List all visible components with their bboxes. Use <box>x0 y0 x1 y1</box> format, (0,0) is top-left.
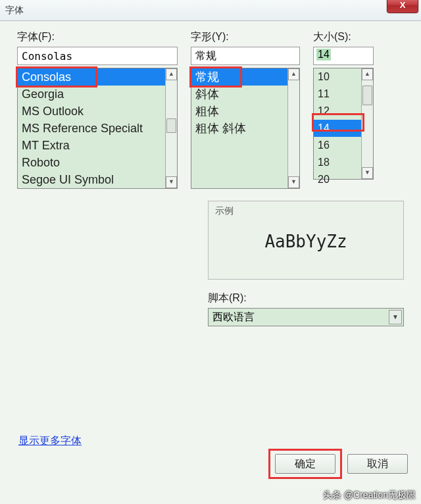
scroll-down-icon[interactable]: ▼ <box>362 167 373 179</box>
style-list-item[interactable]: 粗体 斜体 <box>191 120 287 137</box>
titlebar: 字体 X <box>0 0 421 21</box>
size-list-item[interactable]: 14 <box>314 120 361 137</box>
script-dropdown[interactable]: 西欧语言 ▼ <box>208 308 404 326</box>
more-fonts-link[interactable]: 显示更多字体 <box>18 434 82 448</box>
style-list-item[interactable]: 粗体 <box>191 103 287 120</box>
scroll-down-icon[interactable]: ▼ <box>166 176 177 188</box>
size-label: 大小(S): <box>313 30 374 44</box>
style-label: 字形(Y): <box>191 30 300 44</box>
size-list-item[interactable]: 16 <box>314 137 361 154</box>
font-list-item[interactable]: Consolas <box>18 68 165 86</box>
font-list-item[interactable]: Roboto <box>18 154 165 171</box>
scrollbar[interactable]: ▲ ▼ <box>287 68 299 188</box>
font-list-item[interactable]: MS Outlook <box>18 103 165 120</box>
font-listbox[interactable]: ConsolasGeorgiaMS OutlookMS Reference Sp… <box>17 68 178 189</box>
size-list-item[interactable]: 10 <box>314 68 361 86</box>
chevron-down-icon: ▼ <box>389 310 402 324</box>
preview-box: 示例 AaBbYyZz <box>208 201 404 280</box>
font-list-item[interactable]: MT Extra <box>18 137 165 154</box>
scroll-up-icon[interactable]: ▲ <box>288 68 299 80</box>
ok-button[interactable]: 确定 <box>275 454 335 474</box>
style-column: 字形(Y): 常规斜体粗体粗体 斜体 ▲ ▼ <box>191 30 300 189</box>
size-list-item[interactable]: 18 <box>314 154 361 171</box>
size-list-item[interactable]: 11 <box>314 86 361 103</box>
size-list-item[interactable]: 12 <box>314 103 361 120</box>
scroll-thumb[interactable] <box>166 118 176 133</box>
style-input[interactable] <box>191 47 300 65</box>
style-list-item[interactable]: 斜体 <box>191 86 287 103</box>
script-value: 西欧语言 <box>212 311 255 324</box>
font-list-item[interactable]: Georgia <box>18 86 165 103</box>
font-column: 字体(F): ConsolasGeorgiaMS OutlookMS Refer… <box>17 30 178 189</box>
close-icon: X <box>400 0 406 10</box>
font-list-item[interactable]: MS Reference Specialt <box>18 120 165 137</box>
preview-label: 示例 <box>215 205 234 216</box>
scroll-down-icon[interactable]: ▼ <box>288 176 299 188</box>
window-title: 字体 <box>5 5 24 16</box>
preview-text: AaBbYyZz <box>209 232 403 251</box>
size-list-item[interactable]: 20 <box>314 171 361 188</box>
scroll-up-icon[interactable]: ▲ <box>362 68 373 80</box>
style-list-item[interactable]: 常规 <box>191 68 287 86</box>
font-input[interactable] <box>17 47 178 65</box>
scrollbar[interactable]: ▲ ▼ <box>361 68 373 179</box>
font-list-item[interactable]: Segoe UI Symbol <box>18 171 165 188</box>
close-button[interactable]: X <box>387 0 418 13</box>
scroll-up-icon[interactable]: ▲ <box>166 68 177 80</box>
cancel-button[interactable]: 取消 <box>347 454 408 474</box>
watermark: 头条 @Creation无极限 <box>323 490 416 501</box>
scrollbar[interactable]: ▲ ▼ <box>165 68 177 188</box>
style-listbox[interactable]: 常规斜体粗体粗体 斜体 ▲ ▼ <box>191 68 300 189</box>
script-label: 脚本(R): <box>208 291 404 305</box>
scroll-thumb[interactable] <box>362 86 372 105</box>
size-input[interactable]: 14 <box>313 47 374 65</box>
size-listbox[interactable]: 10111214161820 ▲ ▼ <box>313 68 374 180</box>
font-label: 字体(F): <box>17 30 178 44</box>
size-column: 大小(S): 14 10111214161820 ▲ ▼ <box>313 30 374 189</box>
